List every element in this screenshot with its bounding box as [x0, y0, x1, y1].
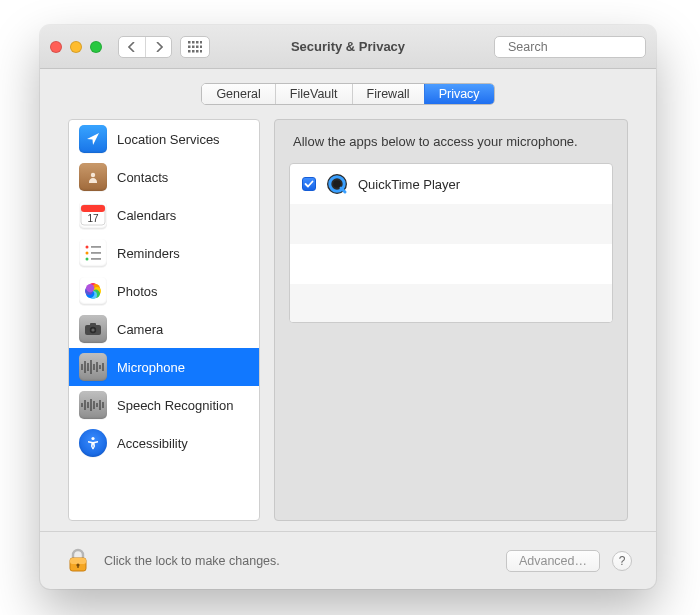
lock-button[interactable]: [64, 547, 92, 575]
quicktime-player-icon: [326, 173, 348, 195]
photos-icon: [79, 277, 107, 305]
location-icon: [79, 125, 107, 153]
minimize-window-button[interactable]: [70, 41, 82, 53]
app-row-empty: [290, 284, 612, 323]
app-checkbox[interactable]: [302, 177, 316, 191]
microphone-icon: [79, 353, 107, 381]
svg-rect-1: [192, 41, 195, 44]
svg-rect-5: [192, 45, 195, 48]
tabstrip: General FileVault Firewall Privacy: [40, 69, 656, 113]
app-row-empty: [290, 244, 612, 284]
search-input[interactable]: [506, 39, 656, 55]
speech-recognition-icon: [79, 391, 107, 419]
sidebar-item-reminders[interactable]: Reminders: [69, 234, 259, 272]
tab-general[interactable]: General: [202, 84, 274, 104]
calendar-icon: 17: [79, 201, 107, 229]
chevron-right-icon: [155, 42, 163, 52]
tab-privacy[interactable]: Privacy: [424, 84, 494, 104]
preferences-window: Security & Privacy General FileVault Fir…: [40, 25, 656, 589]
svg-point-53: [91, 437, 94, 440]
tab-firewall[interactable]: Firewall: [352, 84, 424, 104]
svg-rect-60: [77, 565, 78, 568]
svg-rect-9: [192, 50, 195, 53]
sidebar-item-photos[interactable]: Photos: [69, 272, 259, 310]
sidebar-item-label: Location Services: [117, 132, 220, 147]
svg-point-56: [333, 180, 341, 188]
sidebar-item-label: Reminders: [117, 246, 180, 261]
svg-rect-6: [196, 45, 199, 48]
app-row-quicktime-player[interactable]: QuickTime Player: [290, 164, 612, 204]
svg-rect-2: [196, 41, 199, 44]
advanced-button[interactable]: Advanced…: [506, 550, 600, 572]
search-field[interactable]: [494, 36, 646, 58]
close-window-button[interactable]: [50, 41, 62, 53]
privacy-category-sidebar: Location Services Contacts 17 Calendars: [68, 119, 260, 521]
permissions-pane: Allow the apps below to access your micr…: [274, 119, 628, 521]
svg-rect-19: [91, 246, 101, 248]
content-area: Location Services Contacts 17 Calendars: [40, 113, 656, 531]
svg-point-18: [86, 246, 89, 249]
sidebar-item-label: Accessibility: [117, 436, 188, 451]
accessibility-icon: [79, 429, 107, 457]
tab-filevault[interactable]: FileVault: [275, 84, 352, 104]
grid-icon: [188, 41, 202, 53]
svg-point-22: [86, 258, 89, 261]
contacts-icon: [79, 163, 107, 191]
forward-button[interactable]: [145, 37, 171, 57]
show-all-preferences-button[interactable]: [180, 36, 210, 58]
app-name-label: QuickTime Player: [358, 177, 460, 192]
sidebar-item-calendars[interactable]: 17 Calendars: [69, 196, 259, 234]
svg-rect-33: [90, 323, 96, 326]
svg-rect-7: [200, 45, 202, 48]
reminders-icon: [79, 239, 107, 267]
sidebar-item-speech-recognition[interactable]: Speech Recognition: [69, 386, 259, 424]
help-button[interactable]: ?: [612, 551, 632, 571]
footer: Click the lock to make changes. Advanced…: [40, 531, 656, 589]
svg-rect-0: [188, 41, 191, 44]
svg-text:17: 17: [87, 213, 99, 224]
sidebar-item-label: Photos: [117, 284, 157, 299]
svg-rect-58: [70, 558, 86, 564]
sidebar-item-microphone[interactable]: Microphone: [69, 348, 259, 386]
zoom-window-button[interactable]: [90, 41, 102, 53]
svg-rect-23: [91, 258, 101, 260]
lock-icon: [67, 548, 89, 574]
app-list: QuickTime Player: [289, 163, 613, 323]
lock-caption: Click the lock to make changes.: [104, 554, 280, 568]
sidebar-item-camera[interactable]: Camera: [69, 310, 259, 348]
permissions-caption: Allow the apps below to access your micr…: [293, 134, 613, 149]
svg-point-35: [91, 328, 94, 331]
sidebar-item-label: Contacts: [117, 170, 168, 185]
svg-rect-16: [81, 205, 105, 212]
svg-rect-11: [200, 50, 202, 53]
svg-point-20: [86, 252, 89, 255]
window-controls: [50, 41, 102, 53]
sidebar-item-location-services[interactable]: Location Services: [69, 120, 259, 158]
sidebar-item-label: Camera: [117, 322, 163, 337]
app-row-empty: [290, 204, 612, 244]
svg-rect-8: [188, 50, 191, 53]
svg-rect-4: [188, 45, 191, 48]
chevron-left-icon: [128, 42, 136, 52]
svg-rect-21: [91, 252, 101, 254]
svg-rect-10: [196, 50, 199, 53]
svg-point-14: [91, 173, 95, 177]
sidebar-item-label: Speech Recognition: [117, 398, 233, 413]
sidebar-item-label: Microphone: [117, 360, 185, 375]
svg-rect-3: [200, 41, 202, 44]
camera-icon: [79, 315, 107, 343]
check-icon: [304, 179, 314, 189]
sidebar-item-label: Calendars: [117, 208, 176, 223]
toolbar: Security & Privacy: [40, 25, 656, 69]
sidebar-item-contacts[interactable]: Contacts: [69, 158, 259, 196]
back-button[interactable]: [119, 37, 145, 57]
nav-back-forward: [118, 36, 172, 58]
sidebar-item-accessibility[interactable]: Accessibility: [69, 424, 259, 462]
